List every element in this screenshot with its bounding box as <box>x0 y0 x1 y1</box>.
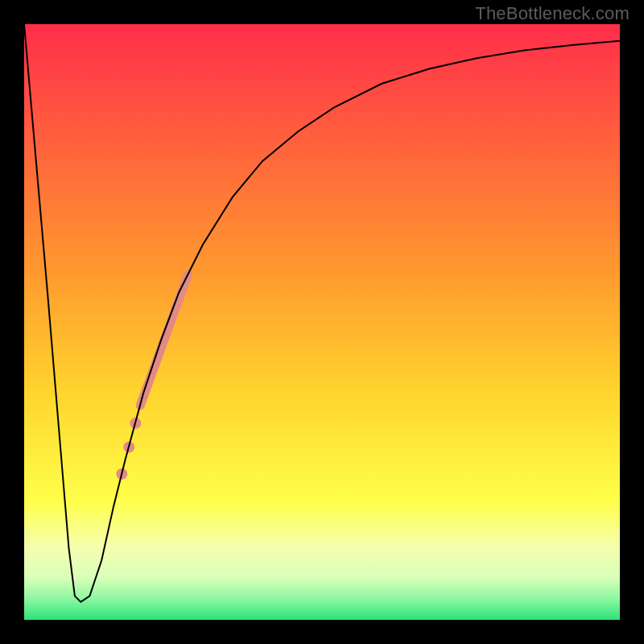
chart-container: TheBottleneck.com <box>0 0 644 644</box>
plot-area <box>24 24 620 620</box>
highlight-segment <box>140 275 188 406</box>
bottleneck-curve <box>24 24 620 602</box>
svg-line-1 <box>140 275 188 406</box>
chart-svg <box>24 24 620 620</box>
watermark-text: TheBottleneck.com <box>475 3 630 24</box>
